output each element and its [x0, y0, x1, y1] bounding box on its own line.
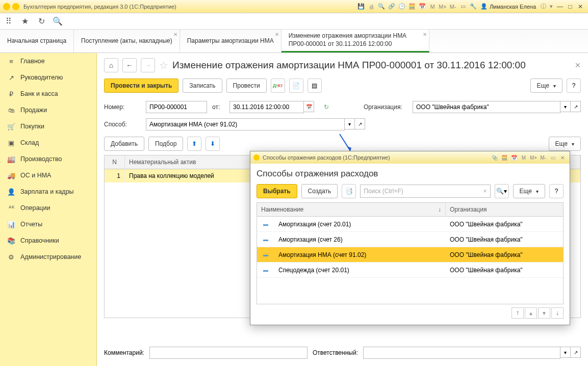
- home-button[interactable]: ⌂: [104, 58, 118, 72]
- apps-icon[interactable]: ⠿: [4, 17, 13, 26]
- col-n[interactable]: N: [105, 155, 125, 169]
- m-icon[interactable]: M: [520, 154, 528, 161]
- calendar-icon[interactable]: 📅: [304, 101, 314, 112]
- sidebar-item-operations[interactable]: ᴬᴷОперации: [0, 200, 96, 216]
- popup-row-selected[interactable]: ▬ Амортизация НМА (счет 91.02) ООО "Швей…: [257, 247, 563, 263]
- calc-icon[interactable]: 🧮: [408, 3, 416, 11]
- restore-icon[interactable]: ▭: [549, 154, 557, 161]
- history-icon[interactable]: ↻: [37, 17, 46, 26]
- move-down-button[interactable]: ⬇: [206, 137, 220, 151]
- search-icon[interactable]: 🔍: [53, 17, 62, 26]
- open-method-icon[interactable]: ↗: [355, 118, 365, 129]
- sidebar-item-production[interactable]: 🏭Производство: [0, 151, 96, 167]
- comment-input[interactable]: [149, 347, 308, 359]
- tab-change-amort[interactable]: Изменение отражения амортизации НМА ПР00…: [282, 30, 429, 53]
- popup-close-button[interactable]: ✕: [558, 154, 567, 161]
- tool-icon[interactable]: 🔧: [469, 3, 477, 11]
- sidebar-item-main[interactable]: ≡Главное: [0, 53, 96, 69]
- print-icon[interactable]: 🖨: [367, 3, 375, 11]
- link-icon[interactable]: 🔗: [388, 3, 396, 11]
- close-button[interactable]: ✕: [576, 3, 585, 11]
- maximize-button[interactable]: □: [566, 3, 575, 11]
- find-button[interactable]: 🔍▾: [495, 184, 509, 198]
- chevron-down-icon[interactable]: ▾: [560, 347, 571, 358]
- first-button[interactable]: ⤒: [512, 307, 524, 319]
- write-button[interactable]: Записать: [183, 79, 222, 93]
- down-button[interactable]: ▼: [538, 307, 550, 319]
- tab-amort-params[interactable]: Параметры амортизации НМА ✕: [180, 30, 282, 53]
- open-icon[interactable]: ↗: [571, 101, 581, 112]
- favorite-icon[interactable]: ☆: [159, 59, 168, 71]
- calc-icon[interactable]: 🧮: [500, 154, 508, 161]
- clear-icon[interactable]: ×: [483, 188, 487, 195]
- search-icon[interactable]: 🔍: [377, 3, 386, 11]
- info-icon[interactable]: ⓘ: [539, 3, 547, 11]
- search-input[interactable]: Поиск (Ctrl+F) ×: [360, 185, 490, 198]
- popup-col-org[interactable]: Организация: [446, 203, 563, 216]
- m-minus-icon[interactable]: M-: [449, 3, 457, 11]
- sidebar-item-hr[interactable]: 👤Зарплата и кадры: [0, 184, 96, 200]
- open-icon[interactable]: ↗: [571, 347, 581, 358]
- sidebar-item-purchases[interactable]: 🛒Покупки: [0, 118, 96, 135]
- close-icon[interactable]: ✕: [423, 32, 427, 37]
- chevron-down-icon[interactable]: ▾: [345, 118, 355, 129]
- popup-row[interactable]: ▬ Амортизация (счет 26) ООО "Швейная фаб…: [257, 232, 563, 247]
- sidebar-item-reports[interactable]: 📊Отчеты: [0, 216, 96, 232]
- m-plus-icon[interactable]: M+: [439, 3, 447, 11]
- m-icon[interactable]: M: [428, 3, 437, 11]
- app-menu-icon[interactable]: [12, 3, 19, 10]
- minimize-button[interactable]: —: [555, 3, 565, 11]
- calendar-icon[interactable]: 📅: [418, 3, 426, 11]
- clip-icon[interactable]: 📎: [491, 154, 499, 161]
- more-button[interactable]: Еще: [530, 79, 563, 93]
- select-button[interactable]: Выбрать: [257, 184, 297, 198]
- move-up-button[interactable]: ⬆: [187, 137, 201, 151]
- sidebar-item-bank[interactable]: ₽Банк и касса: [0, 86, 96, 102]
- doc-icon[interactable]: 📄: [289, 79, 303, 93]
- clock-icon[interactable]: 🕒: [398, 3, 406, 11]
- forward-button[interactable]: →: [141, 58, 155, 72]
- tab-receipt[interactable]: Поступление (акты, накладные) ✕: [74, 30, 180, 53]
- list-icon[interactable]: ▤: [308, 79, 322, 93]
- close-icon[interactable]: ✕: [173, 32, 177, 37]
- method-input[interactable]: [146, 118, 345, 130]
- table-more-button[interactable]: Еще: [549, 137, 581, 151]
- org-input[interactable]: [413, 101, 560, 113]
- m-plus-icon[interactable]: M+: [529, 154, 538, 161]
- pick-button[interactable]: Подбор: [148, 137, 183, 151]
- current-user[interactable]: 👤 Лиманская Елена: [480, 3, 536, 10]
- popup-row[interactable]: ▬ Спецодежда (счет 20.01) ООО "Швейная ф…: [257, 263, 563, 278]
- m-minus-icon[interactable]: M-: [539, 154, 547, 161]
- dropdown-icon[interactable]: ▾: [547, 3, 555, 11]
- sidebar-item-catalogs[interactable]: 📚Справочники: [0, 232, 96, 249]
- copy-icon[interactable]: 📑: [342, 184, 356, 198]
- add-button[interactable]: Добавить: [104, 137, 144, 151]
- close-document-button[interactable]: ✕: [575, 61, 581, 69]
- date-input[interactable]: [229, 101, 304, 113]
- back-button[interactable]: ←: [122, 58, 137, 72]
- calendar-icon[interactable]: 📅: [510, 154, 518, 161]
- popup-row[interactable]: ▬ Амортизация (счет 20.01) ООО "Швейная …: [257, 217, 563, 232]
- responsible-input[interactable]: [363, 347, 560, 359]
- sidebar-item-admin[interactable]: ⚙Администрирование: [0, 249, 96, 265]
- post-button[interactable]: Провести: [226, 79, 267, 93]
- sidebar-item-manager[interactable]: ↗Руководителю: [0, 69, 96, 86]
- sidebar-item-assets[interactable]: 🚚ОС и НМА: [0, 167, 96, 184]
- post-and-close-button[interactable]: Провести и закрыть: [104, 79, 178, 93]
- number-input[interactable]: [146, 101, 207, 113]
- sidebar-item-sales[interactable]: 🛍Продажи: [0, 102, 96, 118]
- chevron-down-icon[interactable]: ▾: [560, 101, 571, 112]
- create-button[interactable]: Создать: [301, 184, 338, 198]
- popup-col-name[interactable]: Наименование↓: [257, 203, 446, 216]
- sidebar-item-warehouse[interactable]: ▣Склад: [0, 135, 96, 151]
- date-ext-icon[interactable]: ↻: [319, 100, 334, 114]
- star-icon[interactable]: ★: [20, 17, 30, 26]
- close-icon[interactable]: ✕: [275, 32, 279, 37]
- tab-home[interactable]: Начальная страница: [0, 30, 74, 53]
- save-icon[interactable]: 💾: [357, 3, 365, 11]
- last-button[interactable]: ⤓: [551, 307, 564, 319]
- up-button[interactable]: ▲: [525, 307, 537, 319]
- popup-more-button[interactable]: Еще: [513, 184, 545, 198]
- dt-kt-icon[interactable]: ДтКт: [271, 79, 285, 93]
- panel-icon[interactable]: ▭: [459, 3, 467, 11]
